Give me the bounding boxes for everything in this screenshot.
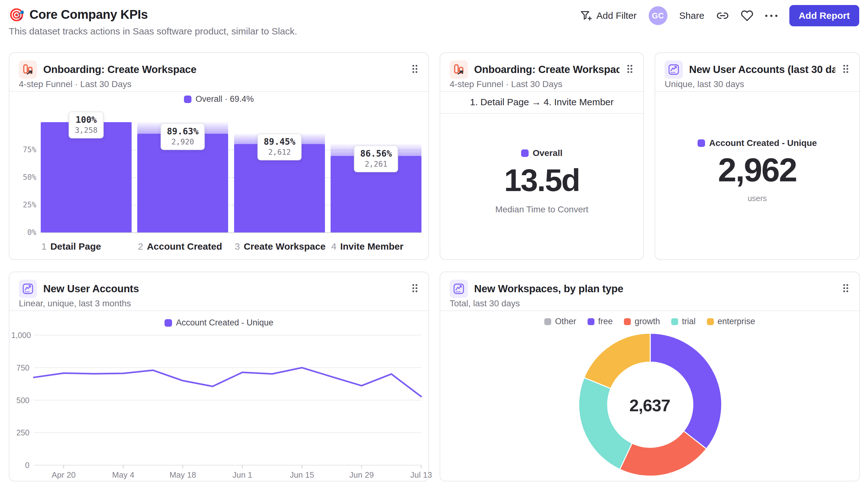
link-icon[interactable] [716, 9, 729, 22]
legend-swatch [521, 150, 529, 157]
favorite-heart-icon[interactable] [741, 9, 753, 22]
funnel-value-tooltip: 100%3,258 [69, 111, 104, 138]
funnel-step-label: 3Create Workspace [235, 241, 326, 252]
funnel-value-tooltip: 89.63%2,920 [160, 123, 205, 150]
avatar[interactable]: GC [649, 6, 668, 25]
page-title: Core Company KPIs [29, 7, 148, 22]
conversion-count: 2,261 [360, 160, 392, 168]
card-new-user-accounts-30d: New User Accounts (last 30 days) Unique,… [655, 52, 860, 260]
card-title: New User Accounts (last 30 days) [689, 64, 835, 75]
card-subtitle: 4-step Funnel · Last 30 Days [450, 79, 562, 89]
card-subtitle: 4-step Funnel · Last 30 Days [19, 79, 132, 89]
donut-chart [440, 272, 861, 482]
conversion-percent: 100% [75, 115, 97, 125]
conversion-count: 2,920 [167, 137, 198, 146]
y-axis-tick-label: 1,000 [11, 331, 29, 340]
card-subtitle: Unique, last 30 days [664, 79, 744, 89]
legend-label: Overall · 69.4% [195, 94, 254, 104]
metric-value: 13.5d [504, 164, 580, 196]
funnel-step-label: 1Detail Page [41, 241, 101, 252]
x-axis-tick-label: Jun 15 [290, 470, 314, 480]
y-axis-tick-label: 500 [11, 396, 29, 405]
add-report-button[interactable]: Add Report [789, 5, 859, 26]
funnel-step-range: 1. Detail Page → 4. Invite Member [440, 91, 643, 114]
legend-label: Overall [533, 148, 562, 158]
card-new-user-accounts-trend: New User Accounts Linear, unique, last 3… [9, 271, 429, 481]
x-axis-tick-label: Jul 13 [410, 470, 432, 480]
funnel-legend[interactable]: Overall · 69.4% [9, 94, 428, 104]
conversion-percent: 86.56% [360, 149, 392, 159]
drag-handle-icon[interactable] [842, 64, 850, 75]
y-axis-tick-label: 50% [9, 173, 36, 182]
card-title: Onboarding: Create Workspace [474, 64, 620, 75]
conversion-count: 2,612 [264, 148, 295, 157]
metric-legend[interactable]: Overall [521, 148, 562, 158]
funnel-bar-detail-page[interactable] [41, 122, 132, 232]
conversion-percent: 89.45% [264, 136, 295, 147]
funnel-value-tooltip: 89.45%2,612 [257, 133, 302, 160]
metric-legend[interactable]: Account Created - Unique [698, 138, 817, 148]
header-actions: Add Filter GC Share Add Report [580, 5, 859, 26]
card-title: Onboarding: Create Workspace [43, 64, 196, 75]
metric-label: Median Time to Convert [495, 204, 588, 215]
funnel-step-label: 4Invite Member [331, 241, 403, 252]
drag-handle-icon[interactable] [411, 64, 419, 75]
page-header: 🎯 Core Company KPIs This dataset tracks … [9, 0, 859, 47]
line-series-account-created[interactable] [34, 368, 421, 396]
y-axis-tick-label: 75% [9, 145, 36, 154]
y-axis-tick-label: 750 [11, 363, 29, 372]
legend-swatch [698, 139, 705, 147]
insights-chart-icon [664, 60, 683, 78]
legend-label: Account Created - Unique [709, 138, 817, 148]
x-axis-tick-label: Apr 20 [52, 470, 76, 480]
card-workspaces-by-plan: New Workspaces, by plan type Total, last… [440, 271, 860, 481]
donut-slice-free[interactable] [650, 333, 722, 449]
board-emoji-icon: 🎯 [9, 8, 25, 21]
donut-slice-enterprise[interactable] [584, 333, 650, 388]
funnel-chart-icon [450, 60, 468, 78]
x-axis-tick-label: Jun 1 [232, 470, 253, 480]
funnel-step-label: 2Account Created [138, 241, 222, 252]
share-button[interactable]: Share [679, 10, 705, 21]
x-axis-tick-label: May 4 [112, 470, 134, 480]
y-axis-tick-label: 250 [11, 428, 29, 437]
y-axis-tick-label: 0% [9, 228, 36, 237]
x-axis-baseline [41, 232, 422, 233]
x-axis-tick-label: May 18 [169, 470, 196, 480]
legend-swatch [184, 96, 191, 103]
y-axis-tick-label: 25% [9, 200, 36, 209]
filter-plus-icon [580, 9, 593, 22]
line-chart[interactable] [9, 272, 430, 482]
card-time-to-convert: Onboarding: Create Workspace 4-step Funn… [440, 52, 644, 260]
add-filter-button[interactable]: Add Filter [580, 9, 637, 22]
conversion-count: 3,258 [75, 126, 97, 135]
more-menu-icon[interactable] [765, 15, 777, 17]
funnel-value-tooltip: 86.56%2,261 [354, 145, 398, 172]
x-axis-tick-label: Jun 29 [349, 470, 374, 480]
funnel-chart-icon [19, 60, 37, 78]
conversion-percent: 89.63% [167, 126, 198, 136]
y-axis-tick-label: 0 [11, 461, 29, 470]
metric-label: users [748, 194, 767, 203]
metric-value: 2,962 [718, 153, 796, 186]
page-subtitle: This dataset tracks actions in Saas soft… [9, 26, 859, 37]
drag-handle-icon[interactable] [626, 64, 634, 75]
donut-slice-trial[interactable] [579, 378, 632, 469]
card-onboarding-funnel: Onboarding: Create Workspace 4-step Funn… [9, 52, 429, 260]
